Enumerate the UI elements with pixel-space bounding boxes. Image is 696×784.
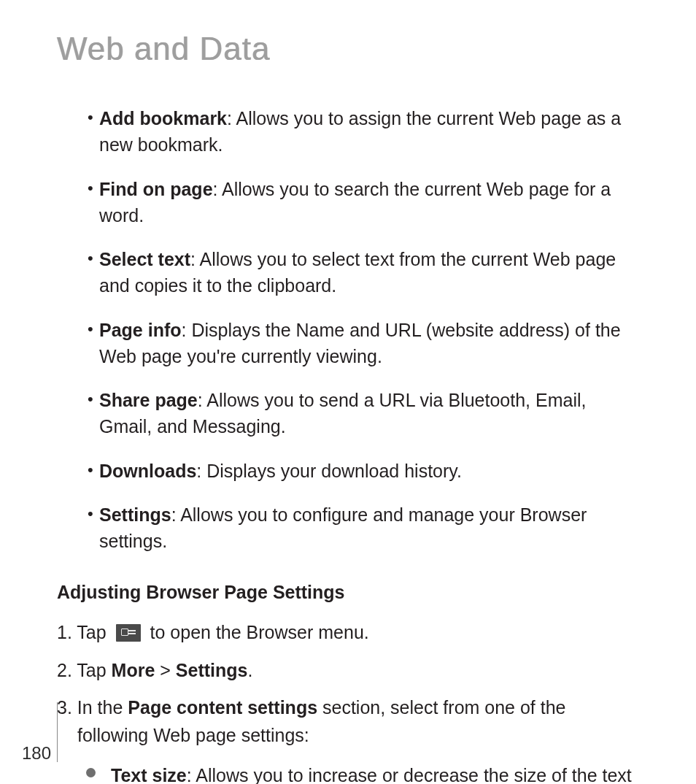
bullet-term: Find on page — [99, 179, 213, 199]
bullet-item: • Find on page: Allows you to search the… — [88, 176, 639, 229]
step-item: 2. Tap More > Settings. — [57, 657, 639, 685]
bullet-term: Downloads — [99, 461, 196, 481]
bullet-item: • Settings: Allows you to configure and … — [88, 501, 639, 555]
bullet-item: • Add bookmark: Allows you to assign the… — [88, 105, 639, 158]
step-item: 3. In the Page content settings section,… — [57, 694, 639, 749]
section-heading: Adjusting Browser Page Settings — [57, 582, 639, 603]
circle-desc: : Allows you to increase or decrease the… — [111, 765, 632, 784]
step-text: > — [155, 660, 176, 680]
step-text: . — [247, 660, 252, 680]
bullet-item: • Downloads: Displays your download hist… — [88, 458, 639, 484]
bullet-list: • Add bookmark: Allows you to assign the… — [88, 105, 639, 554]
bullet-dot-icon: • — [88, 462, 93, 478]
bullet-dot-icon: • — [88, 180, 93, 196]
bullet-term: Settings — [99, 504, 171, 525]
bullet-term: Share page — [99, 390, 198, 410]
bullet-desc: : Displays your download history. — [196, 461, 462, 481]
step-bold: Page content settings — [128, 697, 317, 718]
bullet-item: • Page info: Displays the Name and URL (… — [88, 317, 639, 370]
circle-term: Text size — [111, 765, 187, 784]
step-bold: More — [112, 660, 155, 680]
bullet-dot-icon: • — [88, 321, 93, 337]
circle-list: Text size: Allows you to increase or dec… — [86, 762, 639, 784]
menu-icon — [116, 624, 141, 642]
bullet-dot-icon: • — [88, 109, 93, 126]
bullet-item: • Select text: Allows you to select text… — [88, 246, 639, 299]
step-bold: Settings — [176, 660, 248, 680]
bullet-dot-icon: • — [88, 391, 93, 407]
bullet-dot-icon: • — [88, 506, 93, 522]
document-page: Web and Data • Add bookmark: Allows you … — [0, 0, 696, 784]
bullet-term: Page info — [99, 320, 182, 340]
numbered-steps: 1. Tap to open the Browser menu. 2. Tap … — [57, 619, 639, 784]
margin-rule — [57, 702, 58, 762]
step-text: 1. Tap — [57, 622, 112, 642]
circle-item: Text size: Allows you to increase or dec… — [86, 762, 639, 784]
page-number: 180 — [22, 743, 51, 764]
page-title: Web and Data — [57, 31, 639, 67]
bullet-dot-icon: • — [88, 250, 93, 266]
bullet-desc: : Allows you to configure and manage you… — [99, 504, 587, 551]
step-text: to open the Browser menu. — [145, 622, 369, 642]
bullet-term: Select text — [99, 249, 190, 269]
step-text: 3. In the — [57, 697, 128, 718]
step-text: 2. Tap — [57, 660, 112, 680]
circle-bullet-icon — [86, 768, 96, 777]
bullet-item: • Share page: Allows you to send a URL v… — [88, 387, 639, 440]
bullet-term: Add bookmark — [99, 108, 227, 128]
step-item: 1. Tap to open the Browser menu. — [57, 619, 639, 647]
